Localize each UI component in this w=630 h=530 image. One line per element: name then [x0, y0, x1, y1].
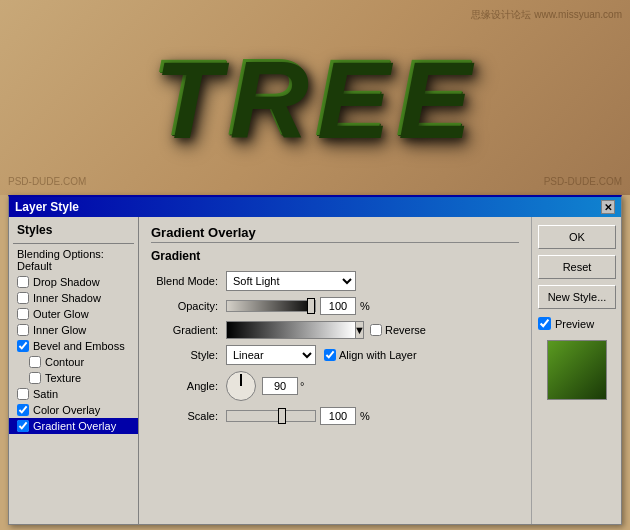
watermark-top: 思缘设计论坛 www.missyuan.com: [471, 8, 622, 22]
opacity-label: Opacity:: [151, 300, 226, 312]
sidebar-label-gradient-overlay: Gradient Overlay: [33, 420, 116, 432]
sidebar-label-bevel-emboss: Bevel and Emboss: [33, 340, 125, 352]
blend-mode-select[interactable]: Soft Light Normal Multiply Overlay: [226, 271, 356, 291]
align-layer-checkbox[interactable]: [324, 349, 336, 361]
angle-row: Angle: 90 °: [151, 371, 519, 401]
preview-label: Preview: [555, 318, 594, 330]
sidebar-item-color-overlay[interactable]: Color Overlay: [9, 402, 138, 418]
sidebar-item-bevel-emboss[interactable]: Bevel and Emboss: [9, 338, 138, 354]
new-style-button[interactable]: New Style...: [538, 285, 616, 309]
preview-thumbnail: [547, 340, 607, 400]
sidebar-label-drop-shadow: Drop Shadow: [33, 276, 100, 288]
checkbox-color-overlay[interactable]: [17, 404, 29, 416]
checkbox-gradient-overlay[interactable]: [17, 420, 29, 432]
preview-area: TREE 思缘设计论坛 www.missyuan.com PSD-DUDE.CO…: [0, 0, 630, 195]
checkbox-inner-glow[interactable]: [17, 324, 29, 336]
checkbox-inner-shadow[interactable]: [17, 292, 29, 304]
gradient-row: Gradient: ▼ Reverse: [151, 321, 519, 339]
scale-row: Scale: 100 %: [151, 407, 519, 425]
scale-label: Scale:: [151, 410, 226, 422]
angle-dial[interactable]: [226, 371, 256, 401]
section-title: Gradient Overlay: [151, 225, 519, 243]
reverse-label: Reverse: [385, 324, 426, 336]
angle-degree: °: [300, 380, 304, 392]
sidebar-item-drop-shadow[interactable]: Drop Shadow: [9, 274, 138, 290]
gradient-dropdown-btn[interactable]: ▼: [356, 321, 364, 339]
sidebar-label-texture: Texture: [45, 372, 81, 384]
sidebar-label-satin: Satin: [33, 388, 58, 400]
scale-slider[interactable]: [226, 410, 316, 422]
scale-input[interactable]: 100: [320, 407, 356, 425]
dialog-body: Styles Blending Options: DefaultDrop Sha…: [9, 217, 621, 524]
sidebar-item-contour[interactable]: Contour: [9, 354, 138, 370]
checkbox-outer-glow[interactable]: [17, 308, 29, 320]
main-panel: Gradient Overlay Gradient Blend Mode: So…: [139, 217, 531, 524]
align-layer-label: Align with Layer: [324, 349, 417, 361]
tree-text-preview: TREE: [152, 34, 477, 161]
opacity-row: Opacity: 100 %: [151, 297, 519, 315]
style-row: Style: Linear Radial Angle Reflected Dia…: [151, 345, 519, 365]
sidebar-item-texture[interactable]: Texture: [9, 370, 138, 386]
angle-label: Angle:: [151, 380, 226, 392]
blend-mode-row: Blend Mode: Soft Light Normal Multiply O…: [151, 271, 519, 291]
styles-separator: [13, 243, 134, 244]
sidebar-label-blending: Blending Options: Default: [17, 248, 130, 272]
styles-panel: Styles Blending Options: DefaultDrop Sha…: [9, 217, 139, 524]
styles-header: Styles: [9, 221, 138, 241]
checkbox-texture[interactable]: [29, 372, 41, 384]
checkbox-drop-shadow[interactable]: [17, 276, 29, 288]
sidebar-label-outer-glow: Outer Glow: [33, 308, 89, 320]
right-panel: OK Reset New Style... Preview: [531, 217, 621, 524]
checkbox-bevel-emboss[interactable]: [17, 340, 29, 352]
dialog-titlebar: Layer Style ✕: [9, 197, 621, 217]
layer-style-dialog: Layer Style ✕ Styles Blending Options: D…: [8, 195, 622, 525]
sidebar-label-color-overlay: Color Overlay: [33, 404, 100, 416]
scale-slider-container: 100 %: [226, 407, 370, 425]
gradient-preview[interactable]: [226, 321, 356, 339]
ok-button[interactable]: OK: [538, 225, 616, 249]
sidebar-label-inner-glow: Inner Glow: [33, 324, 86, 336]
scale-percent: %: [360, 410, 370, 422]
dialog-title: Layer Style: [15, 200, 79, 214]
opacity-slider-container: 100 %: [226, 297, 370, 315]
angle-input[interactable]: 90: [262, 377, 298, 395]
preview-checkbox-row: Preview: [538, 317, 615, 330]
sidebar-item-inner-shadow[interactable]: Inner Shadow: [9, 290, 138, 306]
opacity-slider[interactable]: [226, 300, 316, 312]
sidebar-label-inner-shadow: Inner Shadow: [33, 292, 101, 304]
checkbox-contour[interactable]: [29, 356, 41, 368]
preview-checkbox[interactable]: [538, 317, 551, 330]
sidebar-label-contour: Contour: [45, 356, 84, 368]
gradient-label: Gradient:: [151, 324, 226, 336]
styles-list: Blending Options: DefaultDrop ShadowInne…: [9, 246, 138, 434]
sidebar-item-gradient-overlay[interactable]: Gradient Overlay: [9, 418, 138, 434]
opacity-input[interactable]: 100: [320, 297, 356, 315]
sidebar-item-blending[interactable]: Blending Options: Default: [9, 246, 138, 274]
watermark-bottom-left: PSD-DUDE.COM: [8, 176, 86, 187]
blend-mode-label: Blend Mode:: [151, 275, 226, 287]
checkbox-satin[interactable]: [17, 388, 29, 400]
align-layer-text: Align with Layer: [339, 349, 417, 361]
reverse-checkbox-label: Reverse: [370, 324, 426, 336]
sidebar-item-satin[interactable]: Satin: [9, 386, 138, 402]
opacity-percent: %: [360, 300, 370, 312]
reset-button[interactable]: Reset: [538, 255, 616, 279]
sidebar-item-outer-glow[interactable]: Outer Glow: [9, 306, 138, 322]
sidebar-item-inner-glow[interactable]: Inner Glow: [9, 322, 138, 338]
reverse-checkbox[interactable]: [370, 324, 382, 336]
sub-title: Gradient: [151, 249, 519, 263]
watermark-bottom-right: PSD-DUDE.COM: [544, 176, 622, 187]
style-label: Style:: [151, 349, 226, 361]
style-select[interactable]: Linear Radial Angle Reflected Diamond: [226, 345, 316, 365]
close-button[interactable]: ✕: [601, 200, 615, 214]
